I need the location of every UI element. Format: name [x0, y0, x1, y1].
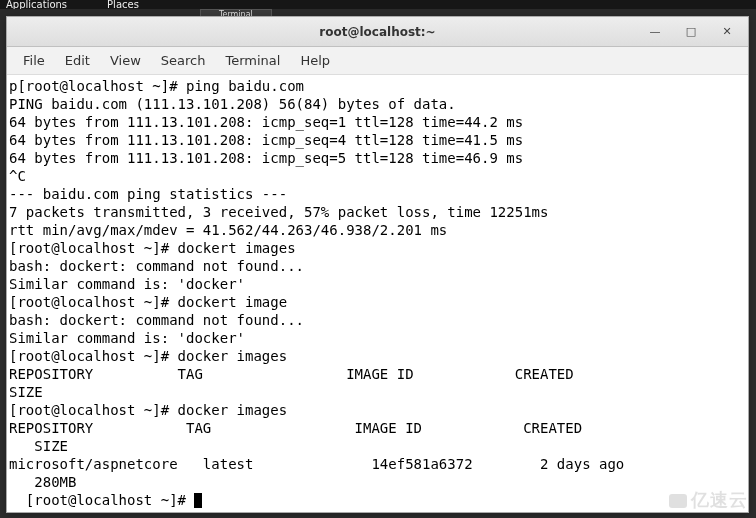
- menu-edit[interactable]: Edit: [55, 49, 100, 72]
- terminal-window: root@localhost:~ — □ ✕ File Edit View Se…: [6, 16, 749, 513]
- terminal-line: --- baidu.com ping statistics ---: [9, 185, 746, 203]
- window-controls: — □ ✕: [638, 20, 744, 44]
- menu-view[interactable]: View: [100, 49, 151, 72]
- terminal-line: [root@localhost ~]# dockert image: [9, 293, 746, 311]
- terminal-line: 280MB: [9, 473, 746, 491]
- terminal-line: REPOSITORY TAG IMAGE ID CREATED: [9, 365, 746, 383]
- terminal-line: Similar command is: 'docker': [9, 275, 746, 293]
- terminal-line: [root@localhost ~]# dockert images: [9, 239, 746, 257]
- terminal-line: bash: dockert: command not found...: [9, 311, 746, 329]
- window-title: root@localhost:~: [319, 25, 435, 39]
- terminal-line: 64 bytes from 111.13.101.208: icmp_seq=5…: [9, 149, 746, 167]
- menu-terminal[interactable]: Terminal: [215, 49, 290, 72]
- applications-menu[interactable]: Applications: [6, 0, 67, 9]
- desktop-top-panel: Applications Places: [0, 0, 756, 9]
- menu-help[interactable]: Help: [290, 49, 340, 72]
- terminal-line: microsoft/aspnetcore latest 14ef581a6372…: [9, 455, 746, 473]
- terminal-line: p[root@localhost ~]# ping baidu.com: [9, 77, 746, 95]
- terminal-line: ^C: [9, 167, 746, 185]
- minimize-button[interactable]: —: [638, 20, 672, 44]
- places-menu[interactable]: Places: [107, 0, 139, 9]
- terminal-line: REPOSITORY TAG IMAGE ID CREATED: [9, 419, 746, 437]
- terminal-line: SIZE: [9, 383, 746, 401]
- terminal-line: [root@localhost ~]# docker images: [9, 401, 746, 419]
- window-titlebar[interactable]: root@localhost:~ — □ ✕: [7, 17, 748, 47]
- terminal-line: Similar command is: 'docker': [9, 329, 746, 347]
- cursor: [194, 493, 202, 508]
- terminal-prompt-line: [root@localhost ~]#: [9, 491, 746, 509]
- terminal-line: bash: dockert: command not found...: [9, 257, 746, 275]
- terminal-line: 64 bytes from 111.13.101.208: icmp_seq=1…: [9, 113, 746, 131]
- terminal-line: rtt min/avg/max/mdev = 41.562/44.263/46.…: [9, 221, 746, 239]
- terminal-line: 7 packets transmitted, 3 received, 57% p…: [9, 203, 746, 221]
- menu-file[interactable]: File: [13, 49, 55, 72]
- terminal-line: PING baidu.com (111.13.101.208) 56(84) b…: [9, 95, 746, 113]
- terminal-output[interactable]: p[root@localhost ~]# ping baidu.comPING …: [7, 75, 748, 512]
- menu-search[interactable]: Search: [151, 49, 216, 72]
- terminal-line: SIZE: [9, 437, 746, 455]
- terminal-line: [root@localhost ~]# docker images: [9, 347, 746, 365]
- terminal-line: 64 bytes from 111.13.101.208: icmp_seq=4…: [9, 131, 746, 149]
- close-button[interactable]: ✕: [710, 20, 744, 44]
- menubar: File Edit View Search Terminal Help: [7, 47, 748, 75]
- maximize-button[interactable]: □: [674, 20, 708, 44]
